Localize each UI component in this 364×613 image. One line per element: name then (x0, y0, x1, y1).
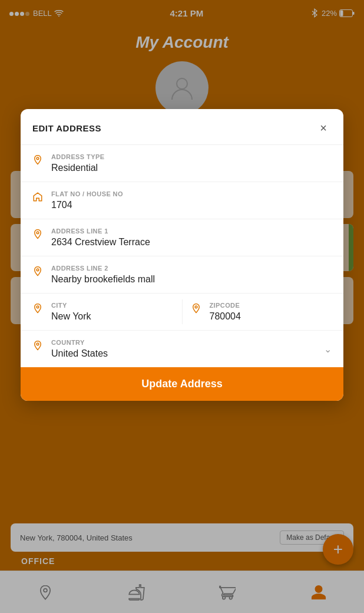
edit-address-modal: EDIT ADDRESS × ADDRESS TYPE Residential (21, 109, 343, 401)
city-label: CITY (51, 302, 174, 309)
flat-no-row: FLAT NO / HOUSE NO 1704 (21, 182, 343, 219)
address-line2-icon (32, 266, 43, 279)
address-type-icon (32, 154, 43, 167)
zipcode-half: ZIPCODE 780004 (183, 294, 344, 330)
address-line1-icon (32, 229, 43, 242)
svg-point-7 (37, 232, 39, 234)
country-icon (32, 340, 43, 353)
modal-title: EDIT ADDRESS (32, 123, 101, 133)
address-type-label: ADDRESS TYPE (51, 153, 332, 160)
country-field[interactable]: COUNTRY United States ⌄ (51, 339, 332, 359)
country-value: United States (51, 348, 108, 359)
address-line1-label: ADDRESS LINE 1 (51, 228, 332, 235)
country-chevron-icon: ⌄ (324, 344, 332, 355)
city-value: New York (51, 311, 174, 322)
close-modal-button[interactable]: × (315, 120, 332, 136)
country-row: COUNTRY United States ⌄ (21, 331, 343, 367)
address-line1-field[interactable]: ADDRESS LINE 1 2634 Crestview Terrace (51, 228, 332, 248)
city-zipcode-row: CITY New York ZIPCODE 780004 (21, 294, 343, 331)
svg-point-10 (195, 306, 197, 308)
flat-no-field[interactable]: FLAT NO / HOUSE NO 1704 (51, 190, 332, 210)
address-line2-label: ADDRESS LINE 2 (51, 265, 332, 272)
modal-header: EDIT ADDRESS × (21, 109, 343, 145)
zipcode-field[interactable]: ZIPCODE 780004 (210, 302, 332, 322)
zipcode-value: 780004 (210, 311, 332, 322)
address-line2-value: Nearby brookefields mall (51, 274, 332, 285)
svg-point-8 (37, 269, 39, 271)
address-type-row: ADDRESS TYPE Residential (21, 145, 343, 182)
address-line2-row: ADDRESS LINE 2 Nearby brookefields mall (21, 256, 343, 294)
address-line1-row: ADDRESS LINE 1 2634 Crestview Terrace (21, 219, 343, 256)
city-half: CITY New York (21, 294, 182, 330)
country-label: COUNTRY (51, 339, 108, 346)
svg-point-9 (37, 306, 39, 308)
city-field[interactable]: CITY New York (51, 302, 174, 322)
flat-no-value: 1704 (51, 200, 332, 210)
update-address-button[interactable]: Update Address (21, 367, 343, 401)
flat-no-icon (32, 192, 43, 205)
svg-point-11 (37, 343, 39, 345)
address-type-value: Residential (51, 163, 332, 173)
address-type-field[interactable]: ADDRESS TYPE Residential (51, 153, 332, 173)
zipcode-label: ZIPCODE (210, 302, 332, 309)
address-line2-field[interactable]: ADDRESS LINE 2 Nearby brookefields mall (51, 265, 332, 285)
city-icon (32, 303, 43, 316)
address-line1-value: 2634 Crestview Terrace (51, 237, 332, 248)
svg-point-6 (37, 157, 39, 160)
modal-overlay: EDIT ADDRESS × ADDRESS TYPE Residential (0, 0, 364, 613)
zipcode-icon (191, 303, 201, 316)
flat-no-label: FLAT NO / HOUSE NO (51, 190, 332, 197)
